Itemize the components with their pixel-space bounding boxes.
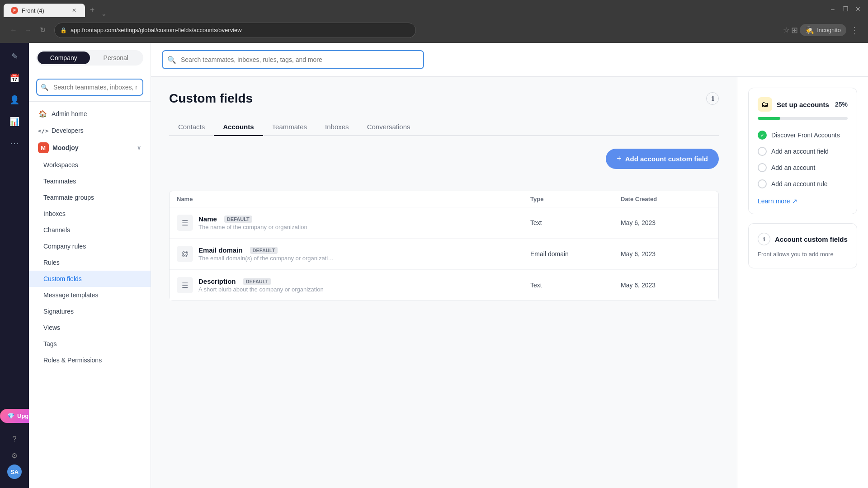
setup-percent: 25% xyxy=(835,101,848,108)
sidebar-item-tags[interactable]: Tags xyxy=(29,336,151,352)
incognito-badge: 🕵 Incognito xyxy=(800,24,846,36)
settings-button[interactable]: ⚙ xyxy=(7,448,22,463)
setup-accounts-card: 🗂 Set up accounts 25% ✓ Discover Front A… xyxy=(748,88,857,214)
checklist-item-add-account[interactable]: Add an account xyxy=(758,160,848,176)
field-icon-name: ☰ xyxy=(177,215,193,231)
contacts-icon-button[interactable]: 👤 xyxy=(5,90,24,110)
field-type-name: Text xyxy=(530,219,621,226)
sidebar-item-developers[interactable]: </> Developers xyxy=(29,122,151,139)
field-name-cell-name: ☰ Name DEFAULT The name of the company o… xyxy=(177,215,530,231)
sidebar-search-input[interactable] xyxy=(36,79,143,96)
sidebar-item-teammates[interactable]: Teammates xyxy=(29,173,151,189)
field-icon-email: @ xyxy=(177,246,193,262)
field-type-email: Email domain xyxy=(530,250,621,258)
field-date-email: May 6, 2023 xyxy=(621,250,711,258)
bookmark-icon[interactable]: ☆ xyxy=(783,26,789,34)
sidebar-navigation: 🏠 Admin home </> Developers M Moodjoy ∨ … xyxy=(29,102,151,488)
field-name-cell-email: @ Email domain DEFAULT The email domain(… xyxy=(177,246,530,262)
sidebar-item-channels[interactable]: Channels xyxy=(29,222,151,238)
sidebar-item-teammate-groups[interactable]: Teammate groups xyxy=(29,189,151,206)
tab-contacts[interactable]: Contacts xyxy=(169,118,214,136)
right-panel: 🗂 Set up accounts 25% ✓ Discover Front A… xyxy=(737,77,868,488)
main-search-icon: 🔍 xyxy=(167,56,176,64)
field-desc-name: The name of the company or organization xyxy=(198,224,307,230)
info-card-title: Account custom fields xyxy=(775,235,848,243)
reload-button[interactable]: ↻ xyxy=(36,24,49,37)
sidebar-item-inboxes[interactable]: Inboxes xyxy=(29,206,151,222)
sidebar-item-views[interactable]: Views xyxy=(29,319,151,336)
check-circle-add-account xyxy=(758,163,767,172)
new-tab-button[interactable]: + xyxy=(86,4,99,16)
calendar-icon-button[interactable]: 📅 xyxy=(5,68,24,88)
help-button[interactable]: ? xyxy=(7,432,22,446)
sidebar-search-icon: 🔍 xyxy=(41,84,48,91)
table-header: Name Type Date Created xyxy=(170,191,718,207)
check-circle-discover: ✓ xyxy=(758,131,767,140)
tab-accounts[interactable]: Accounts xyxy=(214,118,263,136)
sidebar-item-workspaces[interactable]: Workspaces xyxy=(29,157,151,173)
checklist-item-add-rule[interactable]: Add an account rule xyxy=(758,176,848,192)
forward-button[interactable]: → xyxy=(22,24,34,37)
address-bar[interactable]: 🔒 app.frontapp.com/settings/global/custo… xyxy=(54,23,416,38)
field-name-cell-desc: ☰ Description DEFAULT A short blurb abou… xyxy=(177,277,530,293)
icon-sidebar: ✎ 📅 👤 📊 ⋯ 💎 Upgrade ? ⚙ SA xyxy=(0,43,29,488)
personal-toggle-button[interactable]: Personal xyxy=(90,52,142,64)
close-button[interactable]: ✕ xyxy=(852,3,864,15)
moodjoy-avatar: M xyxy=(38,142,49,153)
setup-title: Set up accounts xyxy=(777,101,830,108)
field-type-desc: Text xyxy=(530,282,621,289)
code-icon: </> xyxy=(38,127,47,134)
sidebar-item-admin-home[interactable]: 🏠 Admin home xyxy=(29,105,151,122)
check-circle-add-field xyxy=(758,147,767,156)
field-icon-desc: ☰ xyxy=(177,277,193,293)
avatar[interactable]: SA xyxy=(7,465,22,479)
info-card-header: ℹ Account custom fields xyxy=(758,233,848,245)
checklist-item-add-field[interactable]: Add an account field xyxy=(758,143,848,160)
tabs-bar: Contacts Accounts Teammates Inboxes Conv… xyxy=(169,118,719,136)
home-icon: 🏠 xyxy=(38,110,47,118)
external-link-icon: ↗ xyxy=(792,197,797,205)
learn-more-link[interactable]: Learn more ↗ xyxy=(758,197,848,205)
info-card-icon: ℹ xyxy=(758,233,770,245)
main-content-area: 🔍 Custom fields ℹ Contacts Accounts Team… xyxy=(151,43,868,488)
compose-icon-button[interactable]: ✎ xyxy=(5,47,24,66)
sidebar-item-custom-fields[interactable]: Custom fields xyxy=(29,271,151,287)
setup-icon: 🗂 xyxy=(758,97,772,112)
add-account-custom-field-button[interactable]: + Add account custom field xyxy=(606,149,719,169)
sidebar-item-roles-permissions[interactable]: Roles & Permissions xyxy=(29,352,151,368)
minimize-button[interactable]: – xyxy=(826,3,839,15)
content-area: Custom fields ℹ Contacts Accounts Teamma… xyxy=(151,77,868,488)
tab-close-button[interactable]: ✕ xyxy=(71,7,78,14)
diamond-icon: 💎 xyxy=(7,413,14,419)
content-main: Custom fields ℹ Contacts Accounts Teamma… xyxy=(151,77,737,488)
page-info-icon[interactable]: ℹ xyxy=(706,92,719,105)
tab-conversations[interactable]: Conversations xyxy=(358,118,420,136)
tab-teammates[interactable]: Teammates xyxy=(263,118,316,136)
sidebar-item-message-templates[interactable]: Message templates xyxy=(29,287,151,303)
main-search-input[interactable] xyxy=(162,50,424,69)
sidebar-item-signatures[interactable]: Signatures xyxy=(29,303,151,319)
company-personal-toggle: Company Personal xyxy=(36,50,143,66)
browser-tab[interactable]: F Front (4) ✕ xyxy=(4,4,85,17)
maximize-button[interactable]: ❐ xyxy=(839,3,852,15)
nav-group-moodjoy[interactable]: M Moodjoy ∨ xyxy=(29,139,151,157)
sidebar-item-company-rules[interactable]: Company rules xyxy=(29,238,151,254)
menu-button[interactable]: ⋮ xyxy=(848,25,861,36)
sidebar-toggle-section: Company Personal xyxy=(29,43,151,73)
tab-inboxes[interactable]: Inboxes xyxy=(316,118,358,136)
analytics-icon-button[interactable]: 📊 xyxy=(5,112,24,131)
back-button[interactable]: ← xyxy=(7,24,20,37)
field-date-desc: May 6, 2023 xyxy=(621,282,711,289)
setup-header: 🗂 Set up accounts 25% xyxy=(758,97,848,112)
extensions-icon[interactable]: ⊞ xyxy=(791,25,798,35)
setup-progress-bar xyxy=(758,117,848,120)
company-toggle-button[interactable]: Company xyxy=(38,52,90,64)
main-search-bar: 🔍 xyxy=(151,43,868,77)
plus-icon: + xyxy=(617,154,622,164)
more-icon-button[interactable]: ⋯ xyxy=(5,133,24,153)
tab-favicon: F xyxy=(11,7,18,14)
sidebar-item-rules[interactable]: Rules xyxy=(29,254,151,271)
table-row: @ Email domain DEFAULT The email domain(… xyxy=(170,238,718,269)
info-card-text: Front allows you to add more xyxy=(758,250,848,259)
moodjoy-expand-icon: ∨ xyxy=(137,145,142,151)
